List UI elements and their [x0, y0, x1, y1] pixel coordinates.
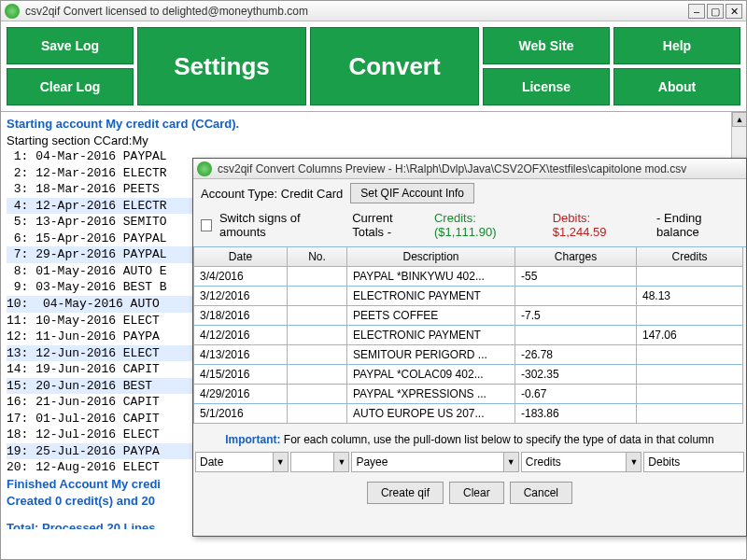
action-row: Create qif Clear Cancel: [193, 472, 746, 513]
table-cell[interactable]: 147.06: [637, 326, 743, 345]
column-map-row: Date▼ ▼ Payee▼ Credits▼ Debits: [193, 452, 746, 472]
log-start-account: Starting account My credit card (CCard).: [7, 116, 740, 133]
main-titlebar: csv2qif Convert licensed to delighted@mo…: [1, 1, 746, 21]
table-cell[interactable]: 48.13: [637, 287, 743, 306]
map-credits[interactable]: Credits▼: [521, 452, 642, 472]
account-type-row: Account Type: Credit Card Set QIF Accoun…: [193, 179, 746, 207]
table-cell[interactable]: ELECTRONIC PAYMENT: [347, 287, 515, 306]
scroll-up-icon[interactable]: ▲: [732, 112, 746, 127]
table-cell[interactable]: 4/29/2016: [194, 385, 288, 404]
table-cell[interactable]: 3/12/2016: [194, 287, 288, 306]
table-cell[interactable]: [637, 404, 743, 424]
create-qif-button[interactable]: Create qif: [367, 482, 444, 504]
table-cell[interactable]: [637, 365, 743, 385]
table-cell[interactable]: [515, 326, 637, 345]
toolbar: Save Log Clear Log Settings Convert Web …: [1, 21, 746, 111]
clear-button[interactable]: Clear: [449, 482, 504, 504]
table-cell[interactable]: -26.78: [515, 345, 637, 365]
license-button[interactable]: License: [483, 68, 610, 105]
table-row[interactable]: 4/12/2016ELECTRONIC PAYMENT147.06: [194, 326, 746, 345]
table-cell[interactable]: AUTO EUROPE US 207...: [347, 404, 515, 424]
table-cell[interactable]: [637, 385, 743, 404]
col-credits[interactable]: Credits: [637, 247, 743, 267]
preview-window: csv2qif Convert Columns Preview - H:\Ral…: [192, 158, 747, 537]
table-cell[interactable]: 4/15/2016: [194, 365, 288, 385]
table-row[interactable]: 5/1/2016AUTO EUROPE US 207...-183.86: [194, 404, 746, 424]
table-cell[interactable]: PEETS COFFEE: [347, 306, 515, 326]
table-cell[interactable]: -55: [515, 267, 637, 287]
table-cell[interactable]: 5/1/2016: [194, 404, 288, 424]
account-type-label: Account Type: Credit Card: [201, 187, 343, 201]
close-button[interactable]: ✕: [726, 4, 742, 19]
table-cell[interactable]: [288, 345, 347, 365]
maximize-button[interactable]: ▢: [707, 4, 724, 19]
map-payee[interactable]: Payee▼: [351, 452, 518, 472]
table-cell[interactable]: 4/12/2016: [194, 326, 288, 345]
table-cell[interactable]: 3/18/2016: [194, 306, 288, 326]
table-cell[interactable]: PAYPAL *BINKYWU 402...: [347, 267, 515, 287]
map-no[interactable]: ▼: [290, 452, 350, 472]
table-cell[interactable]: -302.35: [515, 365, 637, 385]
save-log-button[interactable]: Save Log: [7, 27, 134, 64]
table-cell[interactable]: ELECTRONIC PAYMENT: [347, 326, 515, 345]
important-label: Important:: [225, 433, 280, 446]
app-icon: [197, 161, 212, 176]
table-cell[interactable]: [288, 267, 347, 287]
preview-titlebar: csv2qif Convert Columns Preview - H:\Ral…: [193, 159, 746, 179]
table-cell[interactable]: [288, 404, 347, 424]
grid-header: Date No. Description Charges Credits: [194, 247, 746, 267]
table-cell[interactable]: PAYPAL *COLAC09 402...: [347, 365, 515, 385]
credits-total: Credits: ($1,111.90): [434, 211, 530, 239]
cancel-button[interactable]: Cancel: [510, 482, 572, 504]
table-cell[interactable]: [288, 326, 347, 345]
clear-log-button[interactable]: Clear Log: [7, 68, 134, 105]
main-title: csv2qif Convert licensed to delighted@mo…: [25, 5, 686, 18]
table-row[interactable]: 4/29/2016PAYPAL *XPRESSIONS ...-0.67: [194, 385, 746, 404]
log-start-section: Starting section CCard:My: [7, 133, 740, 149]
table-cell[interactable]: 4/13/2016: [194, 345, 288, 365]
map-date[interactable]: Date▼: [195, 452, 289, 472]
settings-button[interactable]: Settings: [137, 27, 306, 105]
table-row[interactable]: 4/13/2016SEMITOUR PERIGORD ...-26.78: [194, 345, 746, 365]
about-button[interactable]: About: [613, 68, 740, 105]
table-row[interactable]: 4/15/2016PAYPAL *COLAC09 402...-302.35: [194, 365, 746, 385]
convert-button[interactable]: Convert: [310, 27, 479, 105]
col-description[interactable]: Description: [347, 247, 515, 267]
important-text: For each column, use the pull-down list …: [281, 433, 714, 446]
col-date[interactable]: Date: [194, 247, 288, 267]
table-cell[interactable]: -7.5: [515, 306, 637, 326]
chevron-down-icon[interactable]: ▼: [333, 453, 348, 471]
important-note: Important: For each column, use the pull…: [193, 424, 746, 452]
table-cell[interactable]: [637, 306, 743, 326]
table-row[interactable]: 3/4/2016PAYPAL *BINKYWU 402...-55: [194, 267, 746, 287]
current-totals-label: Current Totals -: [352, 211, 427, 239]
col-charges[interactable]: Charges: [515, 247, 637, 267]
table-cell[interactable]: SEMITOUR PERIGORD ...: [347, 345, 515, 365]
table-cell[interactable]: [637, 267, 743, 287]
table-cell[interactable]: -183.86: [515, 404, 637, 424]
ending-balance-label: - Ending balance: [656, 211, 739, 239]
table-row[interactable]: 3/18/2016PEETS COFFEE-7.5: [194, 306, 746, 326]
table-cell[interactable]: [515, 287, 637, 306]
totals-row: Switch signs of amounts Current Totals -…: [193, 207, 746, 243]
table-cell[interactable]: [288, 287, 347, 306]
table-cell[interactable]: [637, 345, 743, 365]
table-cell[interactable]: [288, 306, 347, 326]
app-icon: [5, 4, 20, 19]
set-qif-button[interactable]: Set QIF Account Info: [350, 183, 474, 203]
table-cell[interactable]: PAYPAL *XPRESSIONS ...: [347, 385, 515, 404]
chevron-down-icon[interactable]: ▼: [626, 453, 641, 471]
web-site-button[interactable]: Web Site: [483, 27, 610, 64]
table-cell[interactable]: [288, 365, 347, 385]
table-cell[interactable]: -0.67: [515, 385, 637, 404]
table-row[interactable]: 3/12/2016ELECTRONIC PAYMENT48.13: [194, 287, 746, 306]
map-debits[interactable]: Debits: [643, 452, 744, 472]
chevron-down-icon[interactable]: ▼: [503, 453, 518, 471]
table-cell[interactable]: [288, 385, 347, 404]
switch-signs-checkbox[interactable]: [201, 219, 212, 231]
chevron-down-icon[interactable]: ▼: [273, 453, 288, 471]
help-button[interactable]: Help: [613, 27, 740, 64]
minimize-button[interactable]: –: [688, 4, 705, 19]
table-cell[interactable]: 3/4/2016: [194, 267, 288, 287]
col-no[interactable]: No.: [288, 247, 347, 267]
